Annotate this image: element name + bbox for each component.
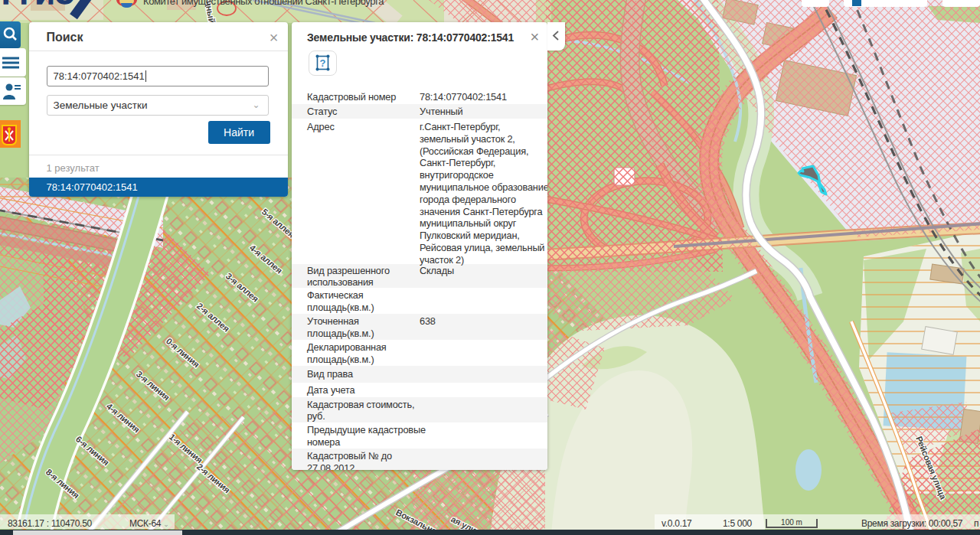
svg-text:?: ? (320, 57, 326, 69)
